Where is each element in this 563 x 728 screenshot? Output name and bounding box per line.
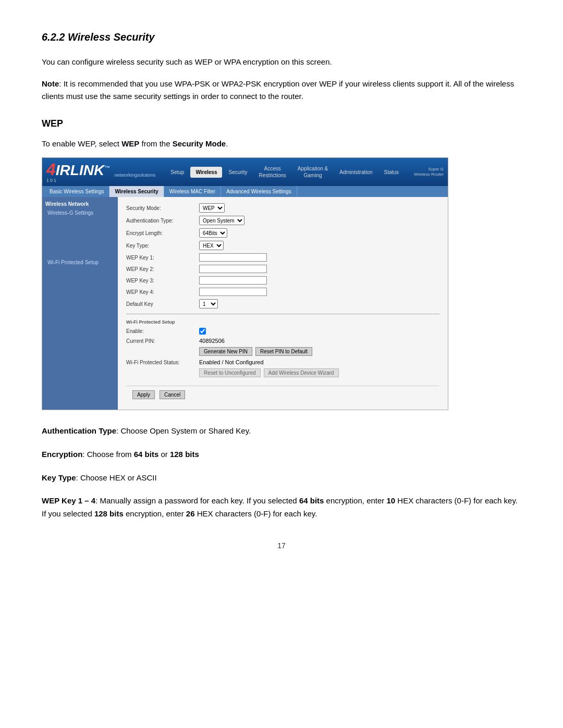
default-key-label: Default Key [126, 301, 199, 307]
router-nav: Setup Wireless Security AccessRestrictio… [165, 163, 404, 181]
router-subnav: Basic Wireless Settings Wireless Securit… [42, 186, 448, 197]
wep-key-desc: WEP Key 1 – 4: Manually assign a passwor… [42, 495, 521, 521]
nav-application-gaming[interactable]: Application &Gaming [292, 163, 333, 181]
key-type-control[interactable]: HEX [199, 241, 224, 250]
nav-security[interactable]: Security [223, 167, 252, 178]
wep-key3-input[interactable] [199, 276, 267, 285]
auth-type-label: Authentication Type: [126, 218, 199, 224]
wep-key3-label: WEP Key 3: [126, 278, 199, 283]
router-main-form: Security Mode: WEP Authentication Type: … [118, 197, 448, 410]
security-mode-row: Security Mode: WEP [126, 203, 439, 213]
encrypt-length-control[interactable]: 64Bits [199, 228, 227, 238]
logo-tagline: networkingsolutions [114, 172, 155, 178]
wep-key4-label: WEP Key 4: [126, 289, 199, 295]
default-key-control[interactable]: 1 [199, 299, 218, 309]
wep-key2-label: WEP Key 2: [126, 266, 199, 272]
intro-paragraph: You can configure wireless security such… [42, 56, 521, 68]
wifi-section-label: Wi-Fi Protected Setup [126, 319, 439, 325]
wep-heading: WEP [42, 118, 521, 129]
encryption-desc: Encryption: Choose from 64 bits or 128 b… [42, 448, 521, 461]
enable-checkbox[interactable] [199, 328, 206, 335]
wifi-status-label: Wi-Fi Protected Status: [126, 360, 199, 365]
nav-wireless[interactable]: Wireless [190, 167, 222, 178]
section-title: 6.2.2 Wireless Security [42, 31, 521, 43]
reset-pin-button[interactable]: Reset PIN to Default [255, 347, 312, 356]
router-topbar: 4IRLINK™ 101 networkingsolutions Setup W… [42, 158, 448, 186]
sidebar-group-title: Wireless Network [45, 201, 115, 207]
key-type-desc: Key Type: Choose HEX or ASCII [42, 472, 521, 485]
wep-key2-input[interactable] [199, 265, 267, 273]
wifi-status-row: Wi-Fi Protected Status: Enabled / Not Co… [126, 359, 439, 365]
encrypt-length-label: Encrypt Length: [126, 230, 199, 236]
router-logo: 4IRLINK™ 101 [46, 161, 110, 183]
key-type-select[interactable]: HEX [199, 241, 224, 250]
auth-type-select[interactable]: Open System [199, 216, 244, 225]
auth-type-desc: Authentication Type: Choose Open System … [42, 425, 521, 438]
cancel-button[interactable]: Cancel [160, 390, 185, 399]
logo-text: IRLINK [56, 162, 104, 178]
wep-key1-label: WEP Key 1: [126, 255, 199, 261]
nav-setup[interactable]: Setup [165, 167, 189, 178]
nav-administration[interactable]: Administration [334, 167, 377, 178]
auth-type-row: Authentication Type: Open System [126, 216, 439, 225]
wep-key1-input[interactable] [199, 253, 267, 262]
wep-key3-row: WEP Key 3: [126, 276, 439, 285]
key-type-row: Key Type: HEX [126, 241, 439, 250]
nav-status[interactable]: Status [379, 167, 404, 178]
add-device-button[interactable]: Add Wireless Device Wizard [264, 368, 339, 377]
wep-key2-row: WEP Key 2: [126, 265, 439, 273]
enable-label: Enable: [126, 328, 199, 334]
enable-instruction: To enable WEP, select WEP from the Secur… [42, 138, 521, 150]
security-mode-control[interactable]: WEP [199, 203, 225, 213]
logo-sub: 101 [46, 178, 110, 183]
current-pin-row: Current PIN: 40892506 [126, 338, 439, 344]
apply-cancel-bar: Apply Cancel [126, 386, 439, 403]
enable-row: Enable: [126, 328, 439, 335]
nav-access-restrictions[interactable]: AccessRestrictions [254, 163, 291, 181]
page-number: 17 [42, 541, 521, 550]
subnav-wireless-mac[interactable]: Wireless MAC Filter [164, 186, 221, 197]
sidebar-wireless-g-settings[interactable]: Wireless-G Settings [45, 209, 115, 217]
encrypt-length-select[interactable]: 64Bits [199, 228, 227, 238]
wizard-buttons-row: Reset to Unconfigured Add Wireless Devic… [126, 368, 439, 377]
sidebar-wifi-protected-setup[interactable]: Wi-Fi Protected Setup [45, 258, 115, 266]
current-pin-value: 40892506 [199, 338, 225, 344]
encrypt-length-row: Encrypt Length: 64Bits [126, 228, 439, 238]
wep-key4-input[interactable] [199, 288, 267, 296]
security-mode-label: Security Mode: [126, 205, 199, 211]
divider [126, 314, 439, 314]
current-pin-label: Current PIN: [126, 338, 199, 344]
router-logo-area: 4IRLINK™ 101 networkingsolutions [46, 161, 155, 183]
wifi-status-value: Enabled / Not Configured [199, 359, 264, 365]
pin-buttons-row: Generate New PIN Reset PIN to Default [126, 347, 439, 356]
note-paragraph: Note: It is recommended that you use WPA… [42, 78, 521, 103]
key-type-label: Key Type: [126, 243, 199, 249]
auth-type-control[interactable]: Open System [199, 216, 244, 225]
wep-key4-row: WEP Key 4: [126, 288, 439, 296]
default-key-select[interactable]: 1 [199, 299, 218, 309]
subnav-wireless-security[interactable]: Wireless Security [109, 186, 164, 197]
generate-pin-button[interactable]: Generate New PIN [199, 347, 252, 356]
logo-number: 4 [46, 160, 56, 179]
apply-button[interactable]: Apply [132, 390, 155, 399]
router-sidebar: Wireless Network Wireless-G Settings Wi-… [42, 197, 118, 410]
subnav-advanced-wireless[interactable]: Advanced Wireless Settings [221, 186, 297, 197]
enable-checkbox-wrap[interactable] [199, 328, 206, 335]
reset-unconfigured-button[interactable]: Reset to Unconfigured [199, 368, 261, 377]
super-g-badge: Super G Wireless Router [414, 167, 444, 178]
wep-key1-row: WEP Key 1: [126, 253, 439, 262]
security-mode-select[interactable]: WEP [199, 203, 225, 213]
router-content: Wireless Network Wireless-G Settings Wi-… [42, 197, 448, 410]
router-screenshot: 4IRLINK™ 101 networkingsolutions Setup W… [42, 157, 448, 410]
subnav-basic-wireless[interactable]: Basic Wireless Settings [44, 186, 109, 197]
default-key-row: Default Key 1 [126, 299, 439, 309]
